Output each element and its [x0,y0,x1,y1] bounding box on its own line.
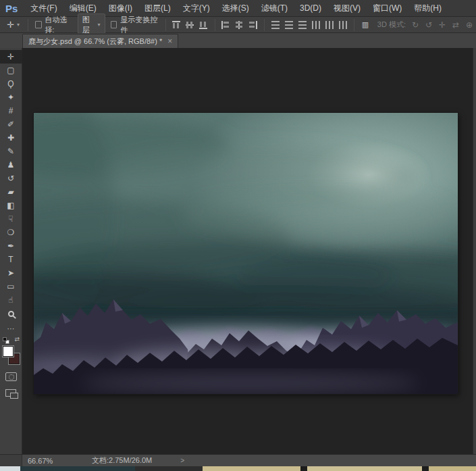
3d-scale-button[interactable]: ⊕ [462,19,476,31]
auto-select-checkbox[interactable]: 自动选择: [32,15,75,35]
default-colors-icon[interactable] [3,337,9,344]
eyedropper-icon: ✐ [7,120,14,128]
distribute-bottom-button[interactable] [296,19,309,31]
options-bar: ✛ ▾ 自动选择: 图层 ▾ 显示变换控件 ▥ 3D 模 [0,17,476,33]
3d-slide-icon: ⇄ [452,20,459,30]
tool-rectangle[interactable]: ▭ [0,280,22,293]
tool-hand[interactable]: ☝ [0,293,22,307]
auto-select-label: 自动选择: [45,15,72,35]
align-top-icon [172,21,181,29]
align-right-button[interactable] [246,19,260,31]
menu-image[interactable]: 图像(I) [103,0,138,16]
chevron-down-icon: ▾ [98,22,101,28]
separator [264,19,265,31]
3d-rotate-button[interactable]: ↻ [408,19,422,31]
tool-rectangular-marquee[interactable]: ▢ [0,64,22,77]
pen-icon: ✒ [7,242,14,250]
eraser-icon: ▰ [7,188,14,196]
menu-type[interactable]: 文字(Y) [177,0,216,16]
tool-move[interactable]: ✛ [0,50,22,64]
close-icon[interactable]: × [167,36,172,46]
separator [215,19,215,31]
distribute-top-button[interactable] [269,19,282,31]
tool-clone-stamp[interactable]: ♟ [0,158,22,172]
tool-gradient[interactable]: ◧ [0,199,22,212]
workspace-pasteboard [22,48,476,454]
tool-spot-healing-brush[interactable]: ✚ [0,131,22,145]
photoshop-window: Ps 文件(F) 编辑(E) 图像(I) 图层(L) 文字(Y) 选择(S) 滤… [0,0,476,471]
auto-align-icon: ▥ [362,20,369,29]
menu-filter[interactable]: 滤镜(T) [255,0,294,16]
tool-quick-selection[interactable]: ✦ [0,91,22,104]
distribute-vcenter-button[interactable] [282,19,296,31]
tool-eraser[interactable]: ▰ [0,185,22,199]
3d-roll-button[interactable]: ↺ [422,19,435,31]
tool-dodge[interactable]: ❍ [0,226,22,239]
menu-layer[interactable]: 图层(L) [138,0,177,16]
menu-help[interactable]: 帮助(H) [408,0,448,16]
align-vcenter-icon [186,21,194,29]
menu-view[interactable]: 视图(V) [327,0,367,16]
checkbox-icon [35,21,42,28]
swap-colors-icon[interactable]: ⇄ [14,336,20,343]
align-top-button[interactable] [170,19,184,31]
distribute-hcenter-button[interactable] [323,19,336,31]
align-hcenter-icon [235,21,244,29]
edit-toolbar-button[interactable]: ⋯ [7,324,15,333]
brush-icon: ✎ [7,147,14,155]
tool-path-selection[interactable]: ➤ [0,266,22,280]
distribute-right-button[interactable] [336,19,350,31]
status-menu-chevron-icon[interactable]: > [180,457,184,464]
gradient-icon: ◧ [7,201,14,209]
current-tool-preset[interactable]: ✛ ▾ [0,20,24,30]
3d-slide-button[interactable]: ⇄ [449,19,462,31]
type-icon: T [8,255,13,264]
3d-roll-icon: ↺ [425,20,432,30]
tool-zoom[interactable] [0,307,22,320]
tool-smudge[interactable]: ☟ [0,212,22,226]
screen-mode-button[interactable] [5,389,16,397]
history-brush-icon: ↺ [7,174,14,182]
align-hcenter-button[interactable] [233,19,246,31]
menu-select[interactable]: 选择(S) [216,0,255,16]
align-vcenter-button[interactable] [184,19,197,31]
show-transform-checkbox[interactable]: 显示变换控件 [108,15,161,35]
foreground-color-swatch[interactable] [3,346,14,357]
main-area: ✛ ▢ Ϙ ✦ # ✐ ✚ ✎ ♟ ↺ ▰ ◧ ☟ ❍ ✒ T ➤ ▭ ☝ ⋯ … [0,48,476,454]
tool-pen[interactable]: ✒ [0,239,22,253]
align-right-icon [248,21,257,29]
separator [354,19,354,31]
tool-type[interactable]: T [0,253,22,266]
menu-file[interactable]: 文件(F) [24,0,63,16]
canvas-image[interactable] [34,113,458,394]
menu-window[interactable]: 窗口(W) [367,0,408,16]
show-transform-label: 显示变换控件 [120,15,159,35]
quick-mask-button[interactable] [5,372,17,381]
dodge-icon: ❍ [7,228,15,237]
tools-panel: ✛ ▢ Ϙ ✦ # ✐ ✚ ✎ ♟ ↺ ▰ ◧ ☟ ❍ ✒ T ➤ ▭ ☝ ⋯ … [0,48,22,454]
zoom-level-field[interactable]: 66.67% [22,457,59,465]
distribute-right-icon [339,21,347,29]
tool-history-brush[interactable]: ↺ [0,172,22,185]
document-tab-bar: 鹿与少女.psd @ 66.7% (云雾, RGB/8#) * × [0,33,476,48]
tool-lasso[interactable]: Ϙ [0,77,22,91]
tool-eyedropper[interactable]: ✐ [0,118,22,131]
distribute-left-icon [312,21,320,29]
color-swatch-widget: ⇄ [1,337,20,367]
3d-rotate-icon: ↻ [412,20,419,30]
tool-brush[interactable]: ✎ [0,145,22,158]
photoshop-logo: Ps [0,3,24,14]
distribute-left-button[interactable] [309,19,323,31]
align-left-button[interactable] [219,19,233,31]
auto-align-button[interactable]: ▥ [359,19,372,31]
artwork-scene [34,113,458,394]
tool-crop[interactable]: # [0,104,22,118]
status-corner [0,455,22,466]
menu-3d[interactable]: 3D(D) [294,0,327,16]
align-bottom-button[interactable] [197,19,211,31]
move-icon: ✛ [7,53,14,61]
panel-edge [473,48,476,454]
document-tab[interactable]: 鹿与少女.psd @ 66.7% (云雾, RGB/8#) * × [22,34,178,48]
3d-drag-button[interactable]: ✛ [435,19,449,31]
document-size-info: 文档:2.75M/26.0M [92,455,152,466]
